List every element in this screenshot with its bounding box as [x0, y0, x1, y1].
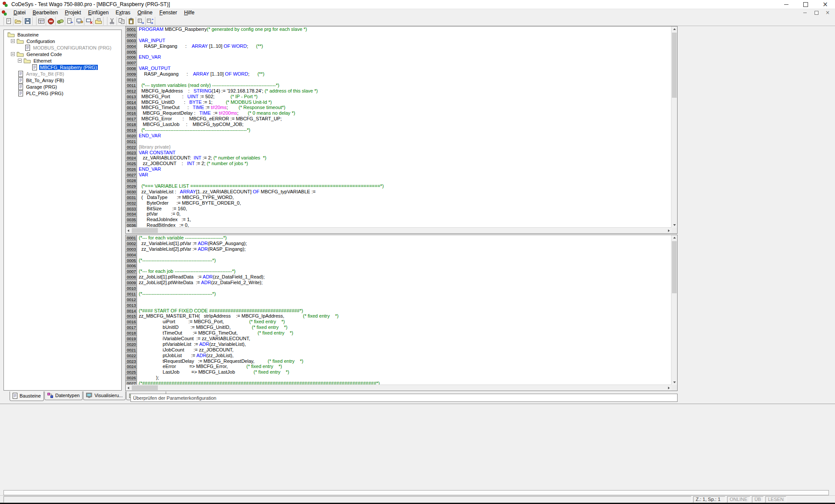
code-line[interactable]: 0008VAR_OUTPUT — [126, 66, 671, 71]
login-icon[interactable] — [75, 17, 84, 25]
find-icon[interactable] — [136, 17, 146, 25]
collapse-icon[interactable] — [18, 59, 22, 63]
code-line[interactable]: 0008zz_JobList[1].ptReadData := ADR(zz_D… — [126, 274, 671, 280]
code-line[interactable]: 0003VAR_INPUT — [126, 38, 671, 43]
menu-online[interactable]: Online — [134, 9, 156, 17]
collapse-icon[interactable] — [11, 52, 15, 56]
tree-item-modbus-configuration-prg[interactable]: MODBUS_CONFIGURATION (PRG) — [4, 44, 121, 51]
stop-icon[interactable] — [46, 17, 56, 25]
code-line[interactable]: 0005 — [126, 49, 671, 55]
tree-item-bit-to-array-fb[interactable]: Bit_To_Array (FB) — [4, 77, 121, 83]
code-line[interactable]: 0001(*--- for each variable ------------… — [126, 235, 671, 241]
code-line[interactable]: 0002 — [126, 32, 671, 38]
code-line[interactable]: 0018 MBCFG_LastJob : MBCFG_typCOM_JOB; — [126, 122, 671, 127]
code-line[interactable]: 0013 — [126, 302, 671, 308]
code-line[interactable]: 0023VAR CONSTANT — [126, 150, 671, 156]
code-line[interactable]: 0010 — [126, 285, 671, 291]
library-manager-icon[interactable] — [36, 17, 46, 25]
code-line[interactable]: 0034 ptVar := 0, — [126, 211, 671, 217]
mdi-minimize-button[interactable] — [799, 9, 811, 17]
code-line[interactable]: 0030 zz_VariableList : ARRAY[1..zz_VARIA… — [126, 189, 671, 195]
tree-item-bausteine[interactable]: Bausteine — [4, 31, 121, 38]
new-document-icon[interactable] — [3, 17, 13, 25]
scroll-right-icon[interactable] — [666, 385, 671, 391]
menu-einfügen[interactable]: Einfügen — [84, 9, 112, 17]
maximize-button[interactable] — [796, 0, 815, 9]
global-variables-icon[interactable] — [56, 17, 65, 25]
vscroll-thumb[interactable] — [672, 33, 677, 98]
code-line[interactable]: 0014 MBCFG_UnitID : BYTE := 1; (* MODBUS… — [126, 99, 671, 105]
code-line[interactable]: 0018 tTimeOut := MBCFG_TimeOut, (* fixed… — [126, 330, 671, 336]
code-line[interactable]: 0033 BitSize := 160, — [126, 206, 671, 212]
code-line[interactable]: 0012 MBCFG_IpAddress : STRING(14) := '19… — [126, 88, 671, 94]
code-line[interactable]: 0013 MBCFG_Port : UINT := 502; (* IP - P… — [126, 94, 671, 99]
code-line[interactable]: 0016 MBCFG_RequestDelay : TIME := t#200m… — [126, 110, 671, 116]
tree-item-garage-prg[interactable]: Garage (PRG) — [4, 83, 121, 90]
code-line[interactable]: 0022 ptJobList := ADR(zz_JobList), — [126, 353, 671, 358]
code-line[interactable]: 0007(*--- for each job -----------------… — [126, 269, 671, 274]
code-line[interactable]: 0015zz_MBCFG_MASTER_ETH( strIpAddress :=… — [126, 313, 671, 319]
code-line[interactable]: 0023 tRequestDelay := MBCFG_RequestDelay… — [126, 358, 671, 364]
code-line[interactable]: 0029 (*=== VARIABLE LIST ===============… — [126, 183, 671, 189]
code-line[interactable]: 0021 iJobCount := zz_JOBCOUNT, — [126, 347, 671, 353]
project-browser-icon[interactable] — [94, 17, 104, 25]
tree-item-mbcfg-raspberry-prg[interactable]: MBCFG_Raspberry (PRG) — [4, 64, 121, 70]
code-line[interactable]: 0016 uiPort := MBCFG_Port, (* fixed entr… — [126, 319, 671, 325]
code-line[interactable]: 0012 — [126, 297, 671, 302]
close-button[interactable]: × — [815, 0, 835, 9]
code-line[interactable]: 0007 — [126, 60, 671, 66]
code-line[interactable]: 0015 MBCFG_TimeOut : TIME := t#20ms; (* … — [126, 105, 671, 110]
code-line[interactable]: 0004 RASP_Eingang : ARRAY [1..10] OF WOR… — [126, 43, 671, 49]
implementation-vscrollbar[interactable] — [671, 235, 677, 385]
code-line[interactable]: 0005(*----------------------------------… — [126, 258, 671, 263]
mdi-restore-button[interactable] — [811, 9, 822, 17]
code-line[interactable]: 0009zz_JobList[2].ptWriteData := ADR(zz_… — [126, 280, 671, 285]
code-line[interactable]: 0026 ); — [126, 375, 671, 381]
menu-fenster[interactable]: Fenster — [156, 9, 181, 17]
declaration-vscrollbar[interactable] — [671, 27, 677, 228]
menu-hilfe[interactable]: Hilfe — [180, 9, 198, 17]
menu-extras[interactable]: Extras — [112, 9, 134, 17]
tree-item-plc-prg-prg[interactable]: PLC_PRG (PRG) — [4, 90, 121, 96]
code-line[interactable]: 0004 — [126, 252, 671, 258]
scroll-up-icon[interactable] — [671, 235, 677, 241]
scroll-down-icon[interactable] — [671, 379, 677, 385]
code-line[interactable]: 0006END_VAR — [126, 54, 671, 60]
tab-visualisieru[interactable]: Visualisieru... — [83, 391, 126, 400]
code-line[interactable]: 0021 — [126, 139, 671, 144]
find-next-icon[interactable] — [146, 17, 155, 25]
tree-item-array-to-bit-fb[interactable]: Array_To_Bit (FB) — [4, 70, 121, 77]
code-line[interactable]: 0002 zz_VariableList[1].ptVar := ADR(RAS… — [126, 241, 671, 246]
code-line[interactable]: 0010 — [126, 77, 671, 83]
code-line[interactable]: 0024 zz_VARIABLECOUNT: INT := 2; (* numb… — [126, 155, 671, 161]
tree-item-configuration[interactable]: Configuration — [4, 38, 121, 44]
code-line[interactable]: 0020END_VAR — [126, 133, 671, 139]
menu-bearbeiten[interactable]: Bearbeiten — [29, 9, 61, 17]
menu-datei[interactable]: Datei — [10, 9, 29, 17]
scroll-left-icon[interactable] — [126, 228, 131, 233]
code-line[interactable]: 0026END_VAR — [126, 166, 671, 172]
declaration-rows[interactable]: 0001PROGRAM MBCFG_Raspberry(* generated … — [126, 27, 671, 228]
implementation-hscrollbar[interactable] — [126, 385, 671, 391]
code-line[interactable]: 0028 — [126, 178, 671, 183]
code-line[interactable]: 0001PROGRAM MBCFG_Raspberry(* generated … — [126, 27, 671, 32]
code-line[interactable]: 0011 (*--- system variables (read only) … — [126, 83, 671, 88]
scroll-left-icon[interactable] — [126, 385, 131, 391]
save-icon[interactable] — [23, 17, 33, 25]
code-line[interactable]: 0009 RASP_Ausgang : ARRAY [1..10] OF WOR… — [126, 71, 671, 77]
code-line[interactable]: 0020 ptVariableList := ADR(zz_VariableLi… — [126, 342, 671, 347]
collapse-icon[interactable] — [11, 39, 15, 43]
open-project-icon[interactable] — [13, 17, 23, 25]
code-line[interactable]: 0032 ByteOrder := MBCFG_BYTE_ORDER_0, — [126, 200, 671, 206]
hscroll-thumb[interactable] — [132, 228, 158, 233]
vscroll-thumb[interactable] — [672, 241, 677, 293]
scroll-right-icon[interactable] — [666, 228, 671, 233]
code-line[interactable]: 0017 bUnitID := MBCFG_UnitID, (* fixed e… — [126, 325, 671, 330]
tab-datentypen[interactable]: Datentypen — [44, 391, 83, 400]
code-line[interactable]: 0006 — [126, 263, 671, 269]
code-line[interactable]: 0019 (*---------------------------------… — [126, 127, 671, 133]
tree-item-ethernet[interactable]: Ethernet — [4, 57, 121, 64]
code-line[interactable]: 0019 iVariableCount := zz_VARIABLECOUNT, — [126, 336, 671, 342]
logout-icon[interactable] — [84, 17, 94, 25]
hscroll-thumb[interactable] — [132, 385, 158, 390]
